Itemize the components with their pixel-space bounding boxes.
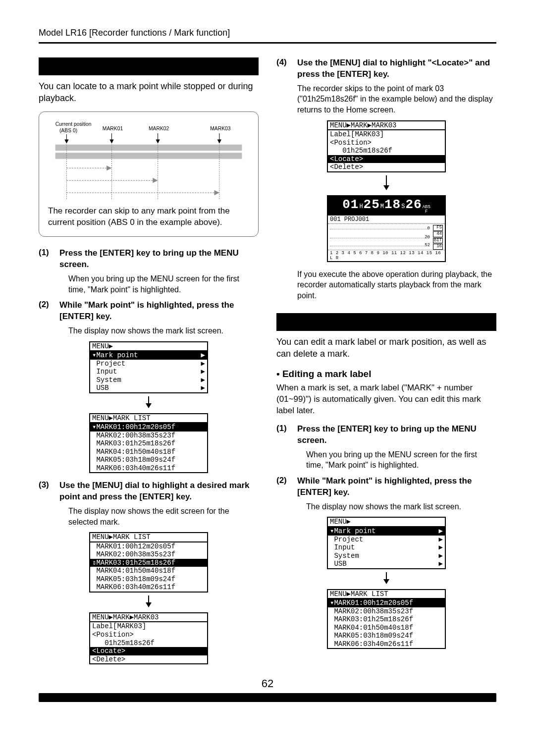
two-columns: You can locate to a mark point while sto… xyxy=(39,57,496,671)
header-rule xyxy=(39,42,496,44)
footer-bar xyxy=(39,693,496,702)
svg-marker-25 xyxy=(383,185,389,190)
lcd-home-screen: 01H 25M 18S 26 ABSF 001 PROJ001 0 20 52 xyxy=(327,195,446,262)
timeline-svg: Current position (ABS 0) MARK01 MARK02 M… xyxy=(46,119,251,201)
lcd-mark-row: MARK04:01h50m40s18f xyxy=(328,624,445,632)
lcd-mark-row: MARK01:00h12m20s05f xyxy=(90,542,207,551)
down-arrow-icon xyxy=(89,396,208,410)
svg-marker-5 xyxy=(156,139,160,143)
lcd-menu-group: MENU▶ ▾Mark point▶ Project▶ Input▶ Syste… xyxy=(89,341,208,474)
svg-marker-17 xyxy=(153,178,158,183)
step-num: (2) xyxy=(39,300,53,323)
lcd-menu-item: Input▶ xyxy=(90,368,207,376)
step-num: (3) xyxy=(39,480,53,503)
down-arrow-icon xyxy=(327,572,446,586)
lcd-mark-list: MENU▶MARK LIST ▾MARK01:00h12m20s05f MARK… xyxy=(89,413,208,474)
left-step-3-note: The display now shows the edit screen fo… xyxy=(68,506,259,527)
mark01-label: MARK01 xyxy=(103,125,123,131)
mark02-label: MARK02 xyxy=(149,125,169,131)
lcd-mark-row: MARK04:01h50m40s18f xyxy=(90,567,207,575)
lcd-mark-row: MARK05:03h18m09s24f xyxy=(90,456,207,464)
right-step-2: (2) While "Mark point" is highlighted, p… xyxy=(276,476,496,498)
down-arrow-icon xyxy=(89,595,208,609)
lcd-menu: MENU▶ ▾Mark point▶ Project▶ Input▶ Syste… xyxy=(89,341,208,393)
lcd-mark-row: MARK06:03h40m26s11f xyxy=(90,464,207,473)
lcd-mark-row: MARK06:03h40m26s11f xyxy=(90,583,207,592)
lcd-mark-row: MARK04:01h50m40s18f xyxy=(90,448,207,456)
sub-editing-label: • Editing a mark label xyxy=(276,369,496,379)
lcd-title: MENU▶MARK LIST xyxy=(328,590,445,599)
lcd-mark-row: ▾MARK01:00h12m20s05f xyxy=(328,599,445,607)
left-step-2-note: The display now shows the mark list scre… xyxy=(68,325,259,336)
lcd-mark-row: MARK02:00h38m35s23f xyxy=(328,607,445,616)
page-header: Model LR16 [Recorder functions / Mark fu… xyxy=(39,28,496,38)
lcd-mark-edit: MENU▶MARK▶MARK03 Label[MARK03] <Position… xyxy=(327,120,446,172)
step-num: (1) xyxy=(39,248,53,270)
lcd-menu: MENU▶ ▾Mark point▶ Project▶ Input▶ Syste… xyxy=(327,517,446,569)
left-column: You can locate to a mark point while sto… xyxy=(39,57,259,671)
lcd-label-line: Label[MARK03] xyxy=(90,622,207,631)
svg-marker-23 xyxy=(146,602,152,607)
right-step-2-note: The display now shows the mark list scre… xyxy=(306,501,496,512)
step-num: (2) xyxy=(276,476,290,498)
lcd-menu-item: Input▶ xyxy=(328,543,445,552)
svg-marker-19 xyxy=(214,190,219,195)
svg-rect-9 xyxy=(55,153,242,159)
section-bar-locate xyxy=(39,57,259,75)
lcd-menu-item: USB▶ xyxy=(90,384,207,392)
lcd-mark-row: MARK03:01h25m18s26f xyxy=(90,439,207,448)
page-number: 62 xyxy=(39,677,496,690)
lcd-menu-item-markpoint: ▾Mark point▶ xyxy=(328,527,445,536)
lcd-title: MENU▶ xyxy=(90,342,207,352)
locate-intro: You can locate to a mark point while sto… xyxy=(39,80,259,105)
lcd-mark-row: ⇕MARK03:01h25m18s26f xyxy=(90,559,207,567)
diagram-caption: The recorder can skip to any mark point … xyxy=(48,206,249,228)
lcd-locate-line: <Locate> xyxy=(328,155,445,163)
lcd-menu-item: Project▶ xyxy=(90,360,207,368)
svg-marker-3 xyxy=(109,139,113,143)
home-project: 001 PROJ001 xyxy=(328,215,445,224)
lcd-mark-row: MARK05:03h18m09s24f xyxy=(328,632,445,640)
lcd-title: MENU▶MARK▶MARK03 xyxy=(328,121,445,131)
lcd-mark-edit-group: MENU▶MARK LIST MARK01:00h12m20s05f MARK0… xyxy=(89,532,208,664)
step-num: (4) xyxy=(276,57,290,80)
lcd-mark-edit: MENU▶MARK▶MARK03 Label[MARK03] <Position… xyxy=(89,612,208,664)
step-title: Press the [ENTER] key to bring up the ME… xyxy=(59,248,259,270)
current-pos-label: Current position xyxy=(55,121,92,127)
lcd-mark-row: MARK02:00h38m35s23f xyxy=(90,550,207,559)
lcd-title: MENU▶MARK▶MARK03 xyxy=(90,613,207,623)
lcd-mark-row: ▾MARK01:00h12m20s05f xyxy=(90,423,207,432)
label-intro: When a mark is set, a mark label ("MARK"… xyxy=(276,382,496,417)
lcd-position-line: <Position> xyxy=(90,631,207,639)
lcd-position-line: <Position> xyxy=(328,139,445,147)
lcd-locate-group: MENU▶MARK▶MARK03 Label[MARK03] <Position… xyxy=(327,120,446,262)
home-scale: 1 2 3 4 5 6 7 8 9 10 11 12 13 14 15 16 L… xyxy=(328,250,445,261)
lcd-menu-item-markpoint: ▾Mark point▶ xyxy=(90,351,207,360)
lcd-mark-row: MARK06:03h40m26s11f xyxy=(328,640,445,648)
lcd-mark-row: MARK05:03h18m09s24f xyxy=(90,575,207,584)
left-step-1-note: When you bring up the MENU screen for th… xyxy=(68,273,259,295)
svg-rect-8 xyxy=(55,144,242,150)
lcd-locate-line: <Locate> xyxy=(90,647,207,655)
lcd-title: MENU▶MARK LIST xyxy=(90,414,207,424)
abs-label: (ABS 0) xyxy=(59,128,77,133)
svg-marker-21 xyxy=(146,403,152,408)
svg-marker-7 xyxy=(217,139,221,143)
svg-marker-15 xyxy=(107,165,111,170)
right-step-4: (4) Use the [MENU] dial to highlight "<L… xyxy=(276,57,496,80)
timeline-diagram: Current position (ABS 0) MARK01 MARK02 M… xyxy=(39,111,259,237)
section-bar-edit xyxy=(276,313,496,331)
home-meter: 0 20 52 FS 44 BIT 16 xyxy=(328,224,445,250)
left-step-2: (2) While "Mark point" is highlighted, p… xyxy=(39,300,259,323)
down-arrow-icon xyxy=(327,175,446,192)
lcd-position-value: 01h25m18s26f xyxy=(328,147,445,155)
lcd-menu-item: Project▶ xyxy=(328,536,445,544)
lcd-mark-row: MARK03:01h25m18s26f xyxy=(328,615,445,624)
step-title: Press the [ENTER] key to bring up the ME… xyxy=(297,424,496,446)
right-step-1-note: When you bring up the MENU screen for th… xyxy=(306,449,496,471)
lcd-right-menu-group: MENU▶ ▾Mark point▶ Project▶ Input▶ Syste… xyxy=(327,517,446,649)
lcd-title: MENU▶MARK LIST xyxy=(90,533,207,542)
lcd-mark-list-hl3: MENU▶MARK LIST MARK01:00h12m20s05f MARK0… xyxy=(89,532,208,593)
lcd-position-value: 01h25m18s26f xyxy=(90,639,207,648)
svg-marker-1 xyxy=(64,139,68,143)
